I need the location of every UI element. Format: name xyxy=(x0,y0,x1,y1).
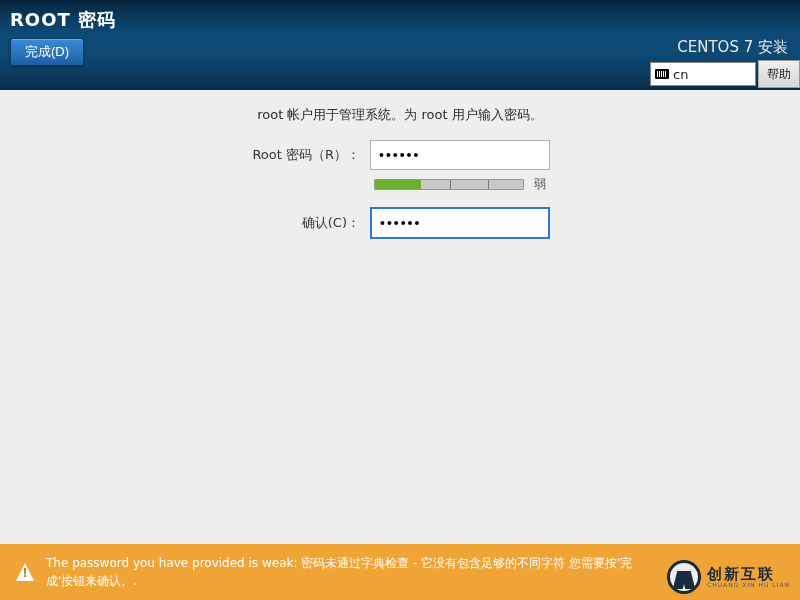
strength-meter xyxy=(374,179,524,190)
keyboard-indicator[interactable]: cn xyxy=(650,62,756,86)
watermark-icon xyxy=(667,560,701,594)
watermark-cn: 创新互联 xyxy=(707,567,790,582)
watermark-pinyin: CHUANG XIN HU LIAN xyxy=(707,582,790,588)
password-row: Root 密码（R）： xyxy=(0,140,800,170)
page-title: ROOT 密码 xyxy=(10,8,790,32)
header-bar: ROOT 密码 完成(D) CENTOS 7 安装 cn 帮助 xyxy=(0,0,800,90)
description-text: root 帐户用于管理系统。为 root 用户输入密码。 xyxy=(0,106,800,124)
warning-icon xyxy=(16,563,34,581)
warning-text: The password you have provided is weak: … xyxy=(46,554,646,590)
confirm-label: 确认(C)： xyxy=(250,214,360,232)
main-content: root 帐户用于管理系统。为 root 用户输入密码。 Root 密码（R）：… xyxy=(0,90,800,239)
help-button[interactable]: 帮助 xyxy=(758,60,800,88)
watermark-logo: 创新互联 CHUANG XIN HU LIAN xyxy=(667,560,790,594)
root-password-input[interactable] xyxy=(370,140,550,170)
strength-row: 弱 xyxy=(0,176,800,193)
confirm-password-input[interactable] xyxy=(370,207,550,239)
strength-label: 弱 xyxy=(534,176,546,193)
password-label: Root 密码（R）： xyxy=(250,146,360,164)
watermark-text: 创新互联 CHUANG XIN HU LIAN xyxy=(707,567,790,588)
keyboard-layout-label: cn xyxy=(673,67,688,82)
installer-name: CENTOS 7 安装 xyxy=(677,38,788,57)
keyboard-icon xyxy=(655,69,669,79)
confirm-row: 确认(C)： xyxy=(0,207,800,239)
done-button[interactable]: 完成(D) xyxy=(10,38,84,66)
